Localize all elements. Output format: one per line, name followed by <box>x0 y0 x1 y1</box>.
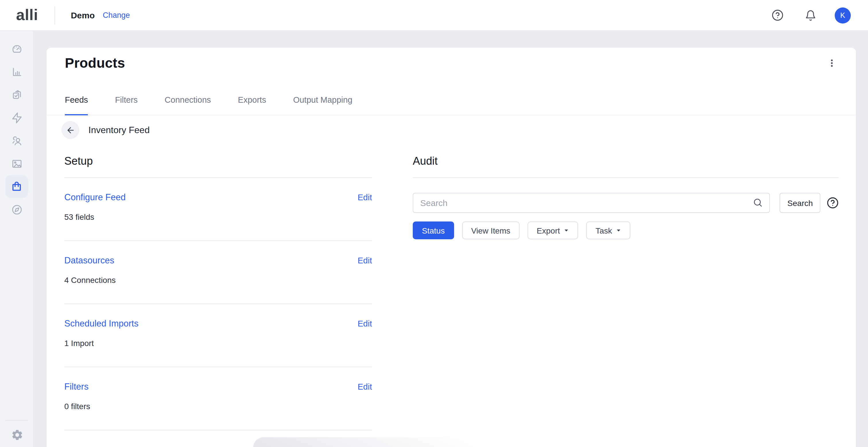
feed-name: Inventory Feed <box>88 125 150 135</box>
scheduled-imports-edit-link[interactable]: Edit <box>358 318 372 329</box>
products-card: Products Feeds Filters Connections Expor… <box>46 47 856 447</box>
setup-heading: Setup <box>64 154 372 168</box>
export-dropdown-button[interactable]: Export <box>528 222 578 239</box>
analytics-bar-chart-icon <box>11 66 23 78</box>
audit-help-button[interactable] <box>826 196 839 209</box>
audiences-users-icon <box>11 134 23 147</box>
sidebar-item-automation[interactable] <box>5 106 28 129</box>
tab-output-mapping[interactable]: Output Mapping <box>293 95 352 115</box>
insights-compass-icon <box>11 203 23 216</box>
header-divider <box>55 6 55 24</box>
sidebar-item-settings[interactable] <box>5 423 28 446</box>
tab-filters[interactable]: Filters <box>115 95 138 115</box>
sidebar-item-creative[interactable] <box>5 152 28 175</box>
card-menu-button[interactable] <box>825 56 839 70</box>
scheduled-imports-detail: 1 Import <box>64 338 372 348</box>
task-dropdown-button[interactable]: Task <box>586 222 631 239</box>
audit-search-row: Search <box>413 193 839 213</box>
setup-item-filters: Filters Edit 0 filters <box>64 367 372 430</box>
status-button-label: Status <box>422 226 445 235</box>
notifications-bell-icon <box>805 9 816 21</box>
kebab-menu-icon <box>827 58 837 68</box>
sidebar-item-analytics[interactable] <box>5 60 28 83</box>
main-content: Products Feeds Filters Connections Expor… <box>34 31 868 447</box>
top-bar: alli Demo Change K <box>0 0 868 31</box>
audit-section: Audit Search <box>413 154 839 430</box>
tab-feeds[interactable]: Feeds <box>65 95 88 115</box>
tab-connections[interactable]: Connections <box>165 95 211 115</box>
search-box <box>413 193 770 213</box>
alli-logo[interactable]: alli <box>16 6 38 24</box>
audit-heading-divider <box>413 177 839 178</box>
datasources-edit-link[interactable]: Edit <box>358 255 372 266</box>
audit-heading: Audit <box>413 154 839 168</box>
filters-edit-link[interactable]: Edit <box>358 381 372 392</box>
content-columns: Setup Configure Feed Edit 53 fields Data… <box>64 154 839 430</box>
help-icon <box>771 9 783 21</box>
view-items-button-label: View Items <box>471 226 510 235</box>
feed-header-row: Inventory Feed <box>61 121 856 139</box>
datasources-detail: 4 Connections <box>64 275 372 285</box>
back-button[interactable] <box>61 121 79 139</box>
page-title: Products <box>65 55 125 72</box>
tab-exports[interactable]: Exports <box>238 95 266 115</box>
sidebar-nav <box>0 31 34 447</box>
bottom-shadow-blob <box>253 437 557 447</box>
settings-gear-icon <box>11 428 23 441</box>
setup-item-scheduled-imports: Scheduled Imports Edit 1 Import <box>64 304 372 367</box>
task-button-label: Task <box>596 226 612 235</box>
tasks-clipboard-check-icon <box>11 89 23 101</box>
sidebar-item-tasks[interactable] <box>5 83 28 106</box>
sidebar-item-dashboard[interactable] <box>5 37 28 60</box>
configure-feed-link[interactable]: Configure Feed <box>64 192 126 203</box>
notifications-button[interactable] <box>803 7 818 23</box>
arrow-left-icon <box>66 125 75 134</box>
caret-down-icon <box>616 228 621 233</box>
scheduled-imports-link[interactable]: Scheduled Imports <box>64 318 138 329</box>
setup-item-configure-feed: Configure Feed Edit 53 fields <box>64 178 372 241</box>
sidebar-item-audiences[interactable] <box>5 129 28 152</box>
avatar[interactable]: K <box>835 7 851 23</box>
automation-lightning-icon <box>11 111 23 124</box>
tab-bar: Feeds Filters Connections Exports Output… <box>46 95 856 115</box>
datasources-link[interactable]: Datasources <box>64 255 114 266</box>
question-circle-icon <box>826 197 838 209</box>
setup-section: Setup Configure Feed Edit 53 fields Data… <box>64 154 372 430</box>
search-button[interactable]: Search <box>780 193 820 213</box>
configure-feed-detail: 53 fields <box>64 212 372 222</box>
filters-detail: 0 filters <box>64 401 372 411</box>
help-button[interactable] <box>769 7 785 23</box>
dashboard-gauge-icon <box>11 43 23 55</box>
search-input[interactable] <box>413 193 770 213</box>
sidebar-item-products[interactable] <box>5 175 28 198</box>
status-button[interactable]: Status <box>413 222 454 239</box>
creative-image-icon <box>11 158 23 169</box>
card-header: Products <box>46 47 856 72</box>
client-name: Demo <box>71 10 95 20</box>
caret-down-icon <box>564 228 569 233</box>
setup-item-datasources: Datasources Edit 4 Connections <box>64 241 372 304</box>
products-shopping-bag-icon <box>10 180 23 193</box>
change-client-link[interactable]: Change <box>103 11 130 20</box>
view-items-button[interactable]: View Items <box>462 222 519 239</box>
sidebar-item-insights[interactable] <box>5 198 28 221</box>
configure-feed-edit-link[interactable]: Edit <box>358 192 372 203</box>
filters-link[interactable]: Filters <box>64 381 88 392</box>
audit-buttons-row: Status View Items Export Task <box>413 222 839 239</box>
sidebar-divider <box>5 420 28 421</box>
export-button-label: Export <box>537 226 560 235</box>
